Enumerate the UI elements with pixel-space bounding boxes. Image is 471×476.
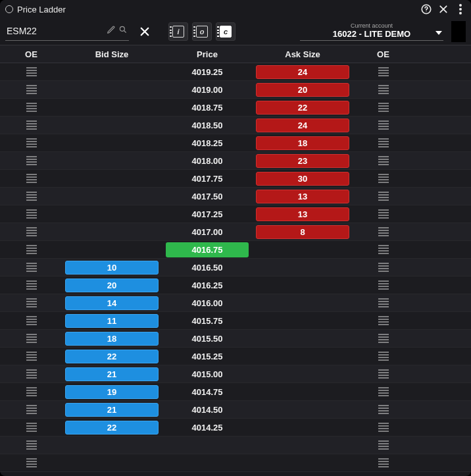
oe-right-cell[interactable] bbox=[352, 330, 414, 347]
row-menu-icon[interactable] bbox=[26, 103, 37, 112]
row-menu-icon[interactable] bbox=[26, 227, 37, 236]
bid-size-cell[interactable]: 10 bbox=[62, 259, 161, 276]
bid-size-cell[interactable]: 22 bbox=[62, 348, 161, 365]
ask-size-cell[interactable] bbox=[253, 365, 352, 383]
oe-right-cell[interactable] bbox=[352, 365, 414, 383]
row-menu-icon[interactable] bbox=[378, 245, 389, 254]
bid-size-cell[interactable]: 11 bbox=[62, 312, 161, 329]
oe-left-cell[interactable] bbox=[0, 241, 62, 258]
row-menu-icon[interactable] bbox=[378, 138, 389, 147]
ask-size-cell[interactable]: 23 bbox=[253, 152, 352, 169]
row-menu-icon[interactable] bbox=[378, 227, 389, 236]
row-menu-icon[interactable] bbox=[378, 440, 389, 450]
ask-size-cell[interactable] bbox=[253, 383, 352, 400]
price-cell[interactable]: 4017.25 bbox=[161, 205, 253, 223]
bid-size-cell[interactable] bbox=[62, 205, 161, 223]
row-menu-icon[interactable] bbox=[378, 458, 389, 467]
row-menu-icon[interactable] bbox=[26, 138, 37, 147]
price-cell[interactable]: 4019.25 bbox=[161, 63, 253, 80]
row-menu-icon[interactable] bbox=[378, 387, 389, 396]
ask-size-cell[interactable]: 13 bbox=[253, 188, 352, 205]
oe-right-cell[interactable] bbox=[352, 277, 414, 294]
price-cell[interactable]: 4014.50 bbox=[161, 401, 253, 418]
row-menu-icon[interactable] bbox=[378, 316, 389, 325]
price-cell[interactable]: 4017.00 bbox=[161, 223, 253, 240]
oe-left-cell[interactable] bbox=[0, 294, 62, 311]
price-cell[interactable]: 4018.00 bbox=[161, 152, 253, 169]
row-menu-icon[interactable] bbox=[26, 85, 37, 94]
oe-left-cell[interactable] bbox=[0, 117, 62, 134]
ask-size-cell[interactable] bbox=[253, 419, 352, 436]
ask-size-cell[interactable] bbox=[253, 401, 352, 418]
row-menu-icon[interactable] bbox=[378, 192, 389, 201]
ask-size-cell[interactable] bbox=[253, 259, 352, 276]
oe-right-cell[interactable] bbox=[352, 152, 414, 169]
oe-right-cell[interactable] bbox=[352, 81, 414, 98]
price-cell[interactable]: 4016.75 bbox=[161, 241, 253, 258]
edit-icon[interactable] bbox=[107, 25, 116, 34]
bid-size-cell[interactable] bbox=[62, 241, 161, 258]
oe-left-cell[interactable] bbox=[0, 205, 62, 223]
ask-size-cell[interactable] bbox=[253, 294, 352, 311]
quickbar[interactable] bbox=[451, 21, 466, 42]
price-cell[interactable] bbox=[161, 436, 253, 454]
oe-left-cell[interactable] bbox=[0, 348, 62, 365]
ask-size-cell[interactable]: 18 bbox=[253, 134, 352, 151]
oe-right-cell[interactable] bbox=[352, 170, 414, 187]
row-menu-icon[interactable] bbox=[378, 174, 389, 183]
bid-size-cell[interactable] bbox=[62, 99, 161, 116]
bid-size-cell[interactable]: 21 bbox=[62, 401, 161, 418]
price-cell[interactable]: 4014.25 bbox=[161, 419, 253, 436]
bid-size-cell[interactable]: 14 bbox=[62, 294, 161, 311]
account-selector[interactable]: Current account 16022 - LITE DEMO bbox=[300, 22, 443, 41]
row-menu-icon[interactable] bbox=[26, 67, 37, 76]
oe-right-cell[interactable] bbox=[352, 348, 414, 365]
oe-left-cell[interactable] bbox=[0, 312, 62, 329]
price-cell[interactable]: 4015.75 bbox=[161, 312, 253, 329]
ask-size-cell[interactable] bbox=[253, 436, 352, 454]
oe-right-cell[interactable] bbox=[352, 454, 414, 471]
row-menu-icon[interactable] bbox=[26, 316, 37, 325]
row-menu-icon[interactable] bbox=[378, 298, 389, 307]
row-menu-icon[interactable] bbox=[378, 405, 389, 414]
ask-size-cell[interactable] bbox=[253, 312, 352, 329]
oe-right-cell[interactable] bbox=[352, 436, 414, 454]
row-menu-icon[interactable] bbox=[26, 280, 37, 290]
row-menu-icon[interactable] bbox=[378, 156, 389, 165]
bid-size-cell[interactable] bbox=[62, 134, 161, 151]
ask-size-cell[interactable]: 22 bbox=[253, 99, 352, 116]
clear-symbol-button[interactable] bbox=[136, 22, 154, 41]
row-menu-icon[interactable] bbox=[26, 192, 37, 201]
row-menu-icon[interactable] bbox=[378, 209, 389, 219]
oe-right-cell[interactable] bbox=[352, 134, 414, 151]
oe-left-cell[interactable] bbox=[0, 259, 62, 276]
price-cell[interactable]: 4015.00 bbox=[161, 365, 253, 383]
row-menu-icon[interactable] bbox=[378, 280, 389, 290]
price-cell[interactable]: 4018.50 bbox=[161, 117, 253, 134]
oe-right-cell[interactable] bbox=[352, 223, 414, 240]
price-cell[interactable]: 4019.00 bbox=[161, 81, 253, 98]
ask-size-cell[interactable]: 8 bbox=[253, 223, 352, 240]
ask-size-cell[interactable] bbox=[253, 454, 352, 471]
row-menu-icon[interactable] bbox=[378, 334, 389, 343]
row-menu-icon[interactable] bbox=[26, 245, 37, 254]
row-menu-icon[interactable] bbox=[378, 352, 389, 361]
oe-right-cell[interactable] bbox=[352, 401, 414, 418]
oe-left-cell[interactable] bbox=[0, 419, 62, 436]
price-cell[interactable] bbox=[161, 454, 253, 471]
oe-right-cell[interactable] bbox=[352, 205, 414, 223]
oe-left-cell[interactable] bbox=[0, 454, 62, 471]
row-menu-icon[interactable] bbox=[378, 103, 389, 112]
mode-o-button[interactable]: o bbox=[192, 22, 212, 41]
oe-left-cell[interactable] bbox=[0, 152, 62, 169]
oe-left-cell[interactable] bbox=[0, 401, 62, 418]
price-cell[interactable]: 4014.75 bbox=[161, 383, 253, 400]
ask-size-cell[interactable] bbox=[253, 277, 352, 294]
oe-left-cell[interactable] bbox=[0, 436, 62, 454]
oe-left-cell[interactable] bbox=[0, 383, 62, 400]
price-cell[interactable]: 4015.25 bbox=[161, 348, 253, 365]
oe-left-cell[interactable] bbox=[0, 365, 62, 383]
row-menu-icon[interactable] bbox=[26, 369, 37, 379]
ask-size-cell[interactable] bbox=[253, 348, 352, 365]
row-menu-icon[interactable] bbox=[378, 67, 389, 76]
